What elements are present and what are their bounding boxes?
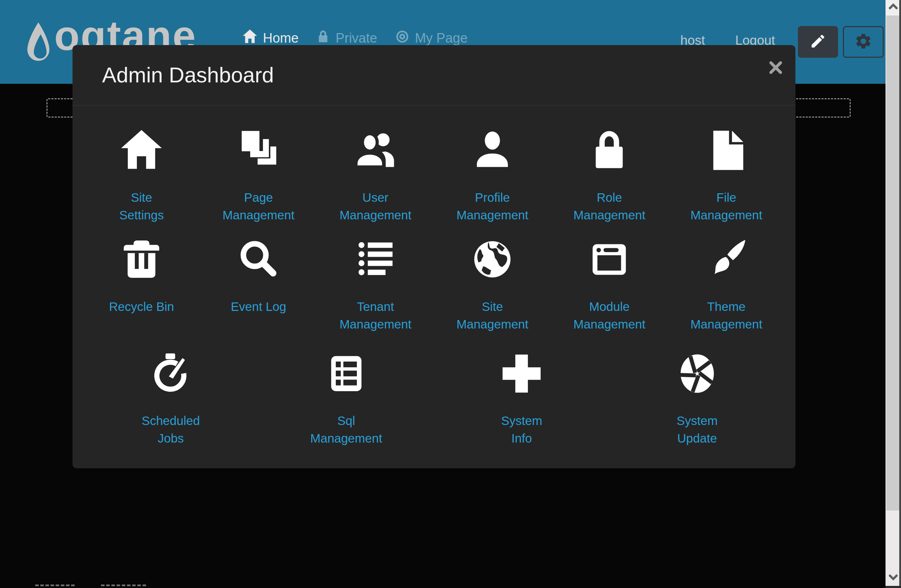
tile-page-management[interactable]: PageManagement <box>200 121 317 224</box>
edit-mode-button[interactable] <box>798 26 838 58</box>
tile-scheduled-jobs[interactable]: ScheduledJobs <box>83 344 259 447</box>
people-icon <box>353 128 398 173</box>
spreadsheet-icon <box>324 351 368 396</box>
plus-icon <box>499 351 544 396</box>
pane-fragment <box>35 585 75 586</box>
pane-fragment <box>101 585 146 586</box>
nav-item-label: Private <box>335 31 377 46</box>
tile-row: ScheduledJobs SqlManagement SystemInfo S… <box>83 344 785 447</box>
close-icon <box>768 60 783 77</box>
person-icon <box>470 128 514 173</box>
nav-item-label: Home <box>263 31 298 46</box>
screen: oqtane Home Private <box>0 0 901 588</box>
browser-icon <box>587 237 631 282</box>
tile-module-management[interactable]: ModuleManagement <box>551 230 668 333</box>
layers-icon <box>236 128 281 173</box>
modal-title: Admin Dashboard <box>102 63 274 87</box>
home-icon <box>119 128 164 173</box>
vertical-scrollbar[interactable] <box>885 0 901 588</box>
trash-icon <box>119 237 164 282</box>
window-edge <box>899 0 901 588</box>
tile-system-info[interactable]: SystemInfo <box>434 344 610 447</box>
oqtane-logo-icon <box>25 20 52 70</box>
tile-user-management[interactable]: UserManagement <box>317 121 434 224</box>
gear-icon <box>854 32 873 52</box>
window-edge <box>885 586 901 588</box>
globe-icon <box>470 237 514 282</box>
admin-dashboard-modal: Admin Dashboard SiteSettings PageManagem… <box>73 45 795 468</box>
lock-icon <box>316 30 330 47</box>
file-icon <box>704 128 748 173</box>
nav-item-private[interactable]: Private <box>316 30 377 47</box>
brush-icon <box>704 237 748 282</box>
chevron-up-icon <box>887 1 899 14</box>
scroll-up-button[interactable] <box>885 0 901 16</box>
tile-site-management[interactable]: SiteManagement <box>434 230 551 333</box>
modal-header: Admin Dashboard <box>73 45 795 106</box>
page-settings-button[interactable] <box>843 26 884 58</box>
magnifier-icon <box>236 237 281 282</box>
tile-profile-management[interactable]: ProfileManagement <box>434 121 551 224</box>
close-button[interactable] <box>766 58 786 78</box>
lock-icon <box>587 128 631 173</box>
tile-system-update[interactable]: SystemUpdate <box>610 344 785 447</box>
tile-tenant-management[interactable]: TenantManagement <box>317 230 434 333</box>
tile-event-log[interactable]: Event Log <box>200 230 317 333</box>
list-icon <box>353 237 398 282</box>
pencil-icon <box>809 33 826 51</box>
tile-file-management[interactable]: FileManagement <box>668 121 785 224</box>
tile-sql-management[interactable]: SqlManagement <box>259 344 434 447</box>
scrollbar-thumb[interactable] <box>886 16 900 510</box>
scroll-down-button[interactable] <box>885 570 901 585</box>
tile-theme-management[interactable]: ThemeManagement <box>668 230 785 333</box>
tile-site-settings[interactable]: SiteSettings <box>83 121 200 224</box>
tile-role-management[interactable]: RoleManagement <box>551 121 668 224</box>
tile-row: SiteSettings PageManagement UserManageme… <box>83 121 785 224</box>
aperture-icon <box>675 351 719 396</box>
nav-item-my-page[interactable]: My Page <box>395 29 468 47</box>
target-icon <box>395 29 410 47</box>
nav-item-label: My Page <box>415 31 468 46</box>
chevron-down-icon <box>887 571 899 584</box>
tile-recycle-bin[interactable]: Recycle Bin <box>83 230 200 333</box>
timer-icon <box>148 351 193 396</box>
tile-row: Recycle Bin Event Log TenantManagement S… <box>83 230 785 333</box>
